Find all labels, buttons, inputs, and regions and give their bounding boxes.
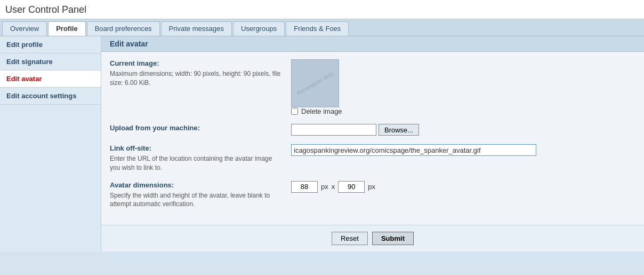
submit-button[interactable]: Submit [372, 232, 414, 245]
tab-profile[interactable]: Profile [48, 21, 85, 36]
current-image-description: Maximum dimensions; width: 90 pixels, he… [110, 69, 283, 88]
upload-file-input[interactable] [291, 124, 376, 136]
link-url-input[interactable] [291, 144, 536, 156]
dimensions-label: Avatar dimensions: [110, 181, 283, 189]
current-image-label: Current image: [110, 59, 283, 67]
upload-row: Upload from your machine: Browse... [110, 124, 635, 136]
sidebar-item-edit-avatar[interactable]: Edit avatar [0, 70, 101, 88]
current-image-label-col: Current image: Maximum dimensions; width… [110, 59, 291, 88]
delete-image-label: Delete image [301, 107, 342, 115]
form-footer: Reset Submit [101, 225, 644, 252]
width-input[interactable] [291, 181, 318, 193]
avatar-watermark: Rectangular Strip [296, 70, 334, 96]
link-row: Link off-site: Enter the URL of the loca… [110, 144, 635, 172]
delete-image-row: Delete image [291, 107, 342, 115]
current-image-input-col: Rectangular Strip Delete image [291, 59, 635, 115]
px-label-2: px [368, 183, 375, 191]
dimensions-controls: px x px [291, 181, 375, 193]
browse-button[interactable]: Browse... [379, 124, 419, 136]
tab-private-messages[interactable]: Private messages [161, 21, 232, 36]
dimensions-row: Avatar dimensions: Specify the width and… [110, 181, 635, 209]
section-header: Edit avatar [101, 36, 644, 52]
x-label: x [332, 183, 335, 191]
dimensions-description: Specify the width and height of the avat… [110, 191, 283, 209]
upload-label: Upload from your machine: [110, 124, 283, 132]
current-image-row: Current image: Maximum dimensions; width… [110, 59, 635, 115]
tab-friends-foes[interactable]: Friends & Foes [286, 21, 349, 36]
tab-overview[interactable]: Overview [2, 21, 47, 36]
form-body: Current image: Maximum dimensions; width… [101, 52, 644, 225]
upload-controls: Browse... [291, 124, 419, 136]
tab-usergroups[interactable]: Usergroups [233, 21, 285, 36]
main-content: Edit profile Edit signature Edit avatar … [0, 36, 644, 252]
sidebar-item-edit-account[interactable]: Edit account settings [0, 88, 101, 105]
link-label-col: Link off-site: Enter the URL of the loca… [110, 144, 291, 172]
dimensions-label-col: Avatar dimensions: Specify the width and… [110, 181, 291, 209]
height-input[interactable] [338, 181, 365, 193]
reset-button[interactable]: Reset [332, 232, 368, 245]
sidebar: Edit profile Edit signature Edit avatar … [0, 36, 101, 252]
sidebar-item-edit-signature[interactable]: Edit signature [0, 53, 101, 70]
link-description: Enter the URL of the location containing… [110, 154, 283, 172]
upload-label-col: Upload from your machine: [110, 124, 291, 134]
tabs-bar: Overview Profile Board preferences Priva… [0, 19, 644, 36]
upload-input-col: Browse... [291, 124, 635, 136]
dimensions-input-col: px x px [291, 181, 635, 193]
tab-board-preferences[interactable]: Board preferences [87, 21, 160, 36]
content-area: Edit avatar Current image: Maximum dimen… [101, 36, 644, 252]
sidebar-item-edit-profile[interactable]: Edit profile [0, 36, 101, 53]
px-label-1: px [321, 183, 328, 191]
link-label: Link off-site: [110, 144, 283, 152]
delete-image-checkbox[interactable] [291, 108, 298, 115]
avatar-image-wrap: Rectangular Strip [291, 59, 339, 107]
link-input-col [291, 144, 635, 156]
avatar-image: Rectangular Strip [291, 59, 339, 107]
page-title: User Control Panel [0, 0, 644, 19]
